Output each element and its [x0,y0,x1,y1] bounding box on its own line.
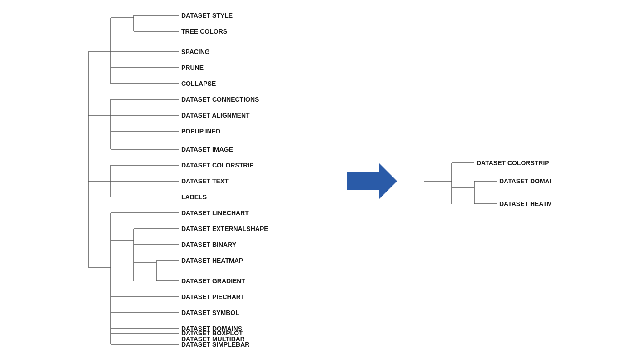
node-labels: LABELS [181,193,207,201]
node-popup-info: POPUP INFO [181,128,220,135]
node-dataset-image: DATASET IMAGE [181,146,233,153]
node-dataset-style: DATASET STYLE [181,12,233,19]
node-dataset-binary: DATASET BINARY [181,241,237,248]
node-dataset-connections: DATASET CONNECTIONS [181,96,259,103]
node-r-dataset-colorstrip: DATASET COLORSTRIP [477,159,549,167]
node-dataset-text: DATASET TEXT [181,177,229,185]
node-dataset-piechart: DATASET PIECHART [181,293,245,300]
node-dataset-linechart: DATASET LINECHART [181,209,249,216]
left-tree: DATASET STYLE TREE COLORS SPACING PRUNE … [75,9,329,355]
node-spacing: SPACING [181,48,210,55]
node-dataset-simplebar: DATASET SIMPLEBAR [181,341,249,348]
right-tree: DATASET COLORSTRIP DATASET DOMAINS DATAS… [415,136,551,228]
node-r-dataset-domains: DATASET DOMAINS [499,177,551,185]
arrow-container [347,163,397,201]
node-dataset-heatmap: DATASET HEATMAP [181,257,243,264]
main-container: DATASET STYLE TREE COLORS SPACING PRUNE … [0,0,626,364]
node-prune: PRUNE [181,64,204,71]
arrow-right-icon [347,163,397,199]
node-dataset-externalshape: DATASET EXTERNALSHAPE [181,225,268,232]
node-dataset-gradient: DATASET GRADIENT [181,277,245,285]
node-dataset-alignment: DATASET ALIGNMENT [181,112,250,119]
node-dataset-symbol: DATASET SYMBOL [181,309,239,316]
node-dataset-colorstrip: DATASET COLORSTRIP [181,162,254,169]
node-r-dataset-heatmap: DATASET HEATMAP [499,200,551,207]
node-collapse: COLLAPSE [181,80,216,87]
node-tree-colors: TREE COLORS [181,28,227,35]
